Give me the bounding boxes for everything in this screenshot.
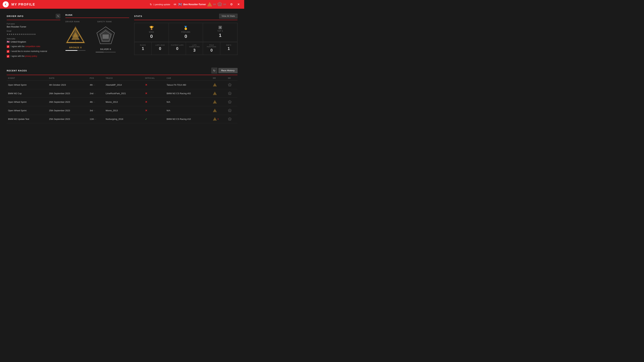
stat-races: RACES 1 xyxy=(134,42,152,55)
svg-marker-4 xyxy=(218,3,221,5)
table-row: Open Wheel Sprint 25th September 2023 3r… xyxy=(7,106,238,115)
cell-sr xyxy=(226,81,238,89)
col-official: OFFICIAL xyxy=(144,75,165,81)
checkbox-1-text: I agree with the competition rules xyxy=(11,45,40,48)
dr-label-badge: DR xyxy=(213,3,216,5)
dr-icon-cell xyxy=(213,83,225,87)
recent-races-header: RECENT RACES ↻ Race History xyxy=(7,68,238,75)
official-x-icon: ✕ xyxy=(145,109,147,112)
laps-lead-label: LAPS LEAD xyxy=(155,44,165,46)
cell-car: Tatuus F4-T014 #80 xyxy=(165,81,212,89)
stat-laps-completed: LAPS COMPLETED 3 xyxy=(186,42,203,55)
position-value: 4th xyxy=(90,101,93,103)
cell-sr xyxy=(226,98,238,106)
nationality-row: 🇬🇧 United Kingdom xyxy=(7,40,60,43)
safety-rank-label: SAFETY RANK xyxy=(97,21,129,23)
cell-official: ✕ xyxy=(144,98,165,106)
col-track: TRACK xyxy=(104,75,144,81)
wins-label: WINS xyxy=(149,31,154,33)
table-row: Open Wheel Sprint 26th September 2023 4t… xyxy=(7,98,238,106)
pos-dash: — xyxy=(94,118,96,120)
pos-dash: — xyxy=(94,101,95,103)
cell-track: Mores_2013 xyxy=(104,106,144,115)
stat-dnfs: DNF'S 1 xyxy=(220,42,237,55)
cell-official: ✓ xyxy=(144,115,165,123)
fastest-laps-label: FASTEST LAPS xyxy=(171,44,184,46)
cell-date: 25th September 2023 xyxy=(48,115,88,123)
cell-event: Open Wheel Sprint xyxy=(7,98,48,106)
full-name-value: Ben Rossiter-Turner xyxy=(7,25,60,28)
podiums-value: 0 xyxy=(184,34,187,39)
cell-official: ✕ xyxy=(144,81,165,89)
cell-dr: ▼ xyxy=(212,115,226,123)
svg-marker-31 xyxy=(229,101,231,103)
cell-sr xyxy=(226,106,238,115)
position-value: 11th xyxy=(90,118,94,120)
cell-track: AtlantaMP_2014 xyxy=(104,81,144,89)
cell-track: LimeRockPark_2021 xyxy=(104,89,144,98)
sr-icon-cell xyxy=(228,100,236,104)
sr-icon-cell xyxy=(228,91,236,95)
table-row: BMW M2 Cup 26th September 2023 2nd — Lim… xyxy=(7,89,238,98)
checkbox-privacy-policy[interactable]: I agree with the privacy policy xyxy=(7,55,60,58)
cell-event: Open Wheel Sprint xyxy=(7,81,48,89)
laps-lead-value: 0 xyxy=(159,46,161,51)
settings-button[interactable]: ⚙ xyxy=(229,2,234,7)
pos-dash: — xyxy=(94,92,96,94)
stat-laps-lead: LAPS LEAD 0 xyxy=(152,42,168,55)
table-row: Open Wheel Sprint 4th October 2023 4th —… xyxy=(7,81,238,89)
cell-pos: 11th — xyxy=(88,115,104,123)
cell-pos: 2nd — xyxy=(88,89,104,98)
privacy-policy-link[interactable]: privacy policy xyxy=(25,55,37,57)
silver-pentagon-badge xyxy=(96,26,116,46)
edit-button[interactable]: ✎ xyxy=(56,14,60,18)
cell-dr xyxy=(212,81,226,89)
stat-fastest-laps: FASTEST LAPS 0 xyxy=(169,42,186,55)
recent-races-actions: ↻ Race History xyxy=(212,68,238,73)
competition-rules-link[interactable]: competition rules xyxy=(25,45,40,48)
pos-dash: — xyxy=(94,110,95,111)
checkbox-2[interactable] xyxy=(7,50,10,53)
checkbox-competition-rules[interactable]: I agree with the competition rules xyxy=(7,45,60,48)
fastest-laps-value: 0 xyxy=(176,46,178,51)
rank-title: RANK xyxy=(66,14,73,16)
official-check-icon: ✓ xyxy=(145,118,147,120)
safety-rank-item: SILVER II xyxy=(96,26,116,52)
cell-official: ✕ xyxy=(144,89,165,98)
recent-races-table: EVENT DATE POS TRACK OFFICIAL CAR DR SR … xyxy=(7,75,238,123)
back-button[interactable] xyxy=(3,1,9,7)
position-value: 2nd xyxy=(90,92,94,95)
checkbox-3-text: I agree with the privacy policy xyxy=(11,55,37,58)
checkbox-marketing[interactable]: I would like to receive marketing materi… xyxy=(7,50,60,53)
checkbox-1[interactable] xyxy=(7,45,10,48)
dr-icon-cell xyxy=(213,91,225,95)
rank-header: RANK xyxy=(66,14,129,18)
safety-rank-name: SILVER II xyxy=(100,48,111,50)
driver-info-title: DRIVER INFO xyxy=(7,15,24,17)
cell-event: BMW M2 Update Test xyxy=(7,115,48,123)
nationality-value: United Kingdom xyxy=(10,40,26,43)
cell-car: BMW M2 CS Racing #02 xyxy=(165,89,212,98)
game-badge: G5 xyxy=(173,3,177,6)
checkbox-3[interactable] xyxy=(7,55,10,58)
trophy-icon: 🏆 xyxy=(149,26,154,30)
driver-rank-bar-fill xyxy=(66,50,78,51)
cell-sr xyxy=(226,115,238,123)
dnfs-label: DNF'S xyxy=(226,44,231,46)
refresh-races-button[interactable]: ↻ xyxy=(212,68,217,73)
close-button[interactable]: ✕ xyxy=(236,1,242,7)
race-history-button[interactable]: Race History xyxy=(218,68,238,73)
email-label: Email xyxy=(7,30,60,32)
cell-date: 26th September 2023 xyxy=(48,98,88,106)
pole-positions-label: POLE POSITIONS xyxy=(204,44,218,48)
cell-track: Nurburgring_2018 xyxy=(104,115,144,123)
driver-rank-name: BRONZE II xyxy=(69,46,82,49)
cell-date: 4th October 2023 xyxy=(48,81,88,89)
cell-pos: 4th — xyxy=(88,98,104,106)
nationality-label: Nationality xyxy=(7,38,60,40)
dr-icon-cell: ▼ xyxy=(213,117,225,121)
view-all-stats-button[interactable]: View All Stats xyxy=(219,14,238,18)
official-x-icon: ✕ xyxy=(145,92,147,95)
stat-top5: 5 TOP 5 1 xyxy=(203,23,237,42)
races-value: 1 xyxy=(142,46,144,51)
